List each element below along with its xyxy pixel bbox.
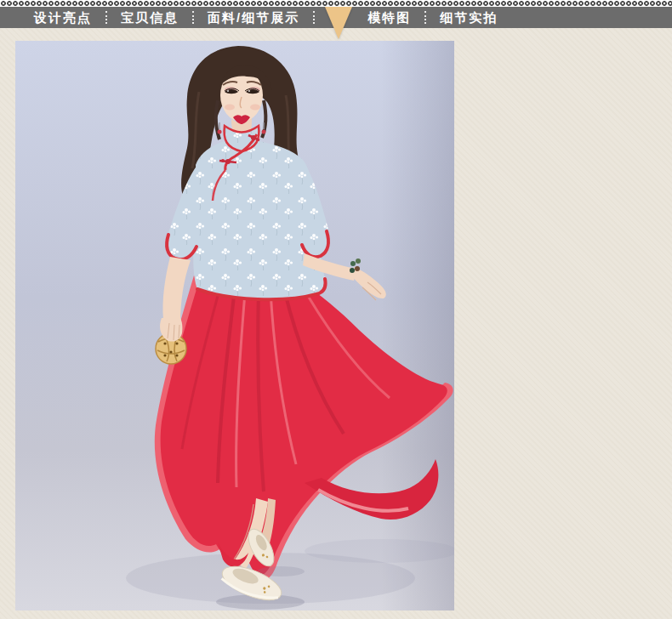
model-photo: [15, 41, 454, 610]
backdrop-shadow: [381, 41, 454, 610]
tab-product-info[interactable]: 宝贝信息: [107, 7, 192, 28]
model-photo-illustration: [15, 41, 454, 610]
tab-design-highlights[interactable]: 设计亮点: [20, 7, 105, 28]
active-tab-arrow-icon: [325, 7, 352, 39]
tab-model-photos[interactable]: 模特图: [354, 7, 424, 28]
chain-border: [0, 0, 672, 7]
tab-detail-shots[interactable]: 细节实拍: [426, 7, 511, 28]
tab-divider: [313, 11, 315, 24]
page-body: [0, 28, 672, 619]
section-navbar: 设计亮点 宝贝信息 面料/细节展示 模特图 细节实拍: [0, 7, 672, 28]
tab-fabric-details[interactable]: 面料/细节展示: [194, 7, 313, 28]
active-tab-marker: [323, 7, 354, 28]
